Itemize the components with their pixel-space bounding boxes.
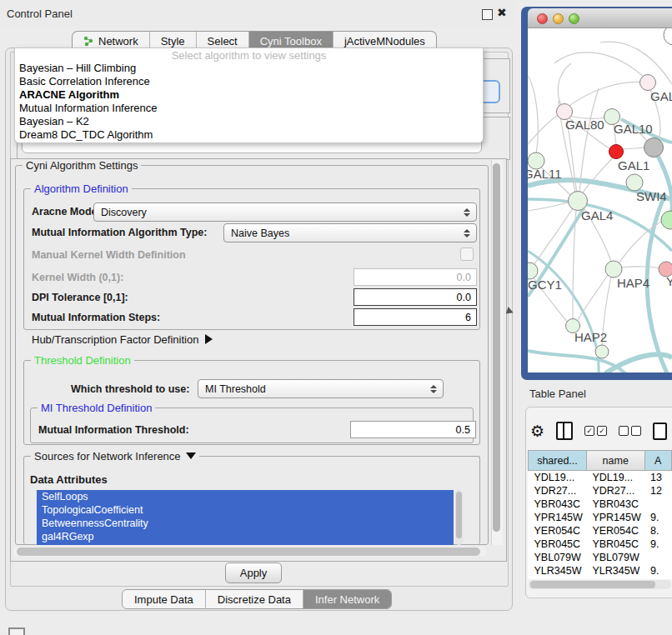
node-label-gal80: GAL80	[565, 118, 604, 132]
minimized-panel-icon[interactable]	[8, 628, 25, 635]
table-row[interactable]: YLR345WYLR345W9.	[529, 564, 672, 578]
node-label-gal4: GAL4	[581, 208, 613, 222]
column-header-name[interactable]: name	[586, 451, 644, 471]
close-icon[interactable]: ✖	[497, 6, 507, 19]
node-label-y: Y	[666, 274, 672, 288]
network-node-gcy1[interactable]	[528, 262, 538, 279]
network-window-titlebar[interactable]	[528, 8, 672, 28]
table-row[interactable]: YDL19...YDL19...13	[529, 471, 672, 485]
tab-label: Network	[98, 35, 138, 48]
column-header-a[interactable]: A	[644, 451, 671, 471]
attributes-scrollbar-thumb[interactable]	[456, 492, 462, 538]
which-threshold-combo[interactable]: MI Threshold	[198, 379, 444, 398]
checked-boxes-icon[interactable]: ✓✓	[584, 426, 607, 436]
aracne-mode-value: Discovery	[94, 207, 460, 218]
table-cell: YDR27...	[529, 484, 587, 498]
minimize-traffic-light[interactable]	[553, 13, 564, 24]
float-window-icon[interactable]	[482, 9, 493, 20]
dpi-tolerance-field[interactable]: 0.0	[354, 288, 477, 306]
zoom-traffic-light[interactable]	[569, 13, 579, 24]
network-node[interactable]	[595, 345, 609, 358]
network-edge	[578, 275, 608, 320]
tab-infer-network[interactable]: Infer Network	[303, 590, 391, 608]
unchecked-boxes-icon[interactable]	[619, 426, 641, 436]
network-node-gal1[interactable]	[609, 145, 624, 159]
algorithm-dropdown[interactable]: Select algorithm to view settings Bayesi…	[14, 48, 484, 143]
aracne-mode-combo[interactable]: Discovery	[93, 202, 477, 222]
network-node[interactable]	[664, 28, 672, 45]
which-threshold-label: Which threshold to use:	[71, 383, 189, 395]
which-threshold-value: MI Threshold	[198, 383, 427, 395]
table-cell: YBR045C	[529, 538, 587, 551]
kernel-width-label: Kernel Width (0,1):	[32, 272, 123, 283]
settings-horizontal-scrollbar-thumb[interactable]	[17, 548, 480, 556]
algorithm-dropdown-list: Bayesian – Hill ClimbingBasic Correlatio…	[15, 62, 483, 142]
hub-definition-toggle[interactable]: Hub/Transcription Factor Definition	[32, 333, 213, 346]
sources-group: Sources for Network Inference	[23, 456, 480, 544]
network-canvas[interactable]: GALGAL80GAL10GAL1GAL11SWI4GAL4GCY1HAP4YH…	[528, 28, 672, 372]
mi-steps-label: Mutual Information Steps:	[32, 312, 160, 323]
manual-kernel-checkbox[interactable]	[460, 248, 474, 261]
network-node-swi4[interactable]	[626, 174, 643, 191]
table-cell: YBR045C	[586, 538, 644, 551]
close-traffic-light[interactable]	[537, 13, 548, 24]
network-edge	[528, 113, 560, 144]
algorithm-option-bayesian-hill-climbing[interactable]: Bayesian – Hill Climbing	[15, 62, 483, 75]
network-edge	[621, 267, 659, 268]
aracne-mode-label: Aracne Mode:	[32, 206, 101, 218]
node-label-gal10: GAL10	[614, 122, 653, 136]
table-row[interactable]: YBL079WYBL079W	[529, 551, 672, 564]
tab-impute-data[interactable]: Impute Data	[123, 590, 206, 608]
algorithm-dropdown-placeholder: Select algorithm to view settings	[15, 48, 483, 62]
table-cell: YPR145W	[586, 511, 644, 524]
table-row[interactable]: YBR043CYBR043C	[529, 498, 672, 511]
sources-legend[interactable]: Sources for Network Inference	[31, 450, 199, 462]
algorithm-option-basic-correlation-inference[interactable]: Basic Correlation Inference	[15, 75, 483, 88]
column-header-shared[interactable]: shared...	[529, 451, 587, 471]
table-row[interactable]: YER054CYER054C8.	[529, 524, 672, 538]
algorithm-option-bayesian-k2[interactable]: Bayesian – K2	[15, 115, 483, 128]
table-row[interactable]: YBR045CYBR045C9.	[529, 538, 672, 551]
table-cell: 9.	[644, 578, 671, 579]
table-panel-toolbar: ⚙ ✓✓	[530, 415, 672, 447]
algorithm-option-mutual-information-inference[interactable]: Mutual Information Inference	[15, 102, 483, 115]
bottom-tabs: Impute DataDiscretize DataInfer Network	[122, 589, 392, 609]
network-icon	[83, 36, 94, 47]
mi-type-value: Naive Bayes	[224, 228, 460, 239]
table-horizontal-scrollbar-thumb[interactable]	[530, 581, 655, 588]
apply-button[interactable]: Apply	[225, 562, 282, 583]
split-columns-icon[interactable]	[556, 422, 573, 440]
mi-type-combo[interactable]: Naive Bayes	[223, 223, 477, 242]
table-row[interactable]: YDR27...YDR27...12	[529, 484, 672, 498]
node-attribute-table[interactable]: shared...nameAYDL19...YDL19...13YDR27...…	[528, 450, 672, 579]
node-label-gcy1: GCY1	[528, 278, 562, 292]
table-cell: YLR345W	[586, 564, 644, 578]
tab-label: Style	[161, 35, 185, 48]
network-node-gal[interactable]	[640, 75, 656, 91]
algorithm-option-dream8-dc-tdc-algorithm[interactable]: Dream8 DC_TDC Algorithm	[15, 128, 483, 142]
combo-arrows-icon	[460, 208, 476, 217]
table-cell: YIL052C	[586, 578, 644, 579]
network-node[interactable]	[644, 138, 664, 158]
table-cell: YER054C	[586, 524, 644, 538]
mi-threshold-label: Mutual Information Threshold:	[38, 424, 189, 436]
network-edge	[554, 52, 648, 81]
settings-vertical-scrollbar-thumb[interactable]	[493, 163, 500, 532]
gear-icon[interactable]: ⚙	[530, 423, 544, 439]
page-icon[interactable]	[653, 422, 667, 440]
network-node-hap4[interactable]	[605, 261, 622, 278]
table-row[interactable]: YIL052CYIL052C9.	[529, 578, 672, 579]
tab-discretize-data[interactable]: Discretize Data	[206, 590, 303, 608]
network-edge	[564, 82, 646, 109]
table-cell: YER054C	[529, 524, 587, 538]
network-edge	[528, 201, 574, 211]
control-panel-title: Control Panel	[7, 8, 73, 20]
table-row[interactable]: YPR145WYPR145W9.	[529, 511, 672, 524]
mi-threshold-field[interactable]: 0.5	[350, 421, 476, 438]
collapsed-arrow-icon	[205, 334, 213, 344]
mi-steps-field[interactable]: 6	[354, 308, 477, 326]
network-node[interactable]	[661, 211, 672, 229]
algorithm-option-aracne-algorithm[interactable]: ARACNE Algorithm	[15, 88, 483, 102]
table-cell	[644, 498, 671, 511]
kernel-width-field[interactable]: 0.0	[354, 268, 477, 286]
